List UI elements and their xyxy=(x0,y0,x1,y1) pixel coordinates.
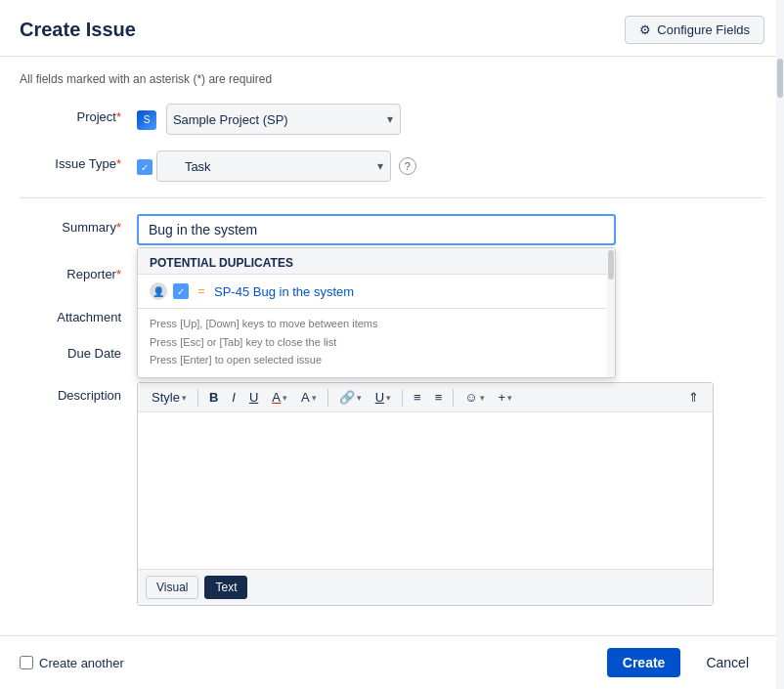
toolbar-separator-1 xyxy=(197,389,198,407)
style-chevron-icon: ▾ xyxy=(182,393,187,403)
font-size-chevron-icon: ▾ xyxy=(312,393,317,403)
project-select-wrapper: S Sample Project (SP) xyxy=(137,104,401,135)
form-divider xyxy=(20,197,764,198)
editor-toolbar: Style ▾ B I U A ▾ A ▾ xyxy=(138,383,713,412)
description-control: Style ▾ B I U A ▾ A ▾ xyxy=(137,382,764,606)
issue-type-row: Issue Type* ✓ Task Bug Story Epic ? xyxy=(20,151,764,182)
help-icon[interactable]: ? xyxy=(399,157,416,175)
cancel-button[interactable]: Cancel xyxy=(690,648,764,677)
issue-type-label: Issue Type* xyxy=(20,151,137,171)
configure-fields-label: Configure Fields xyxy=(657,22,750,37)
project-select[interactable]: Sample Project (SP) xyxy=(166,104,401,135)
reporter-label: Reporter* xyxy=(20,261,137,281)
gear-icon: ⚙ xyxy=(639,22,651,37)
modal-header: Create Issue ⚙ Configure Fields xyxy=(0,0,784,57)
footer-left: Create another xyxy=(20,656,597,670)
autocomplete-item[interactable]: 👤 ✓ = SP-45 Bug in the system xyxy=(138,275,615,308)
modal-footer: Create another Create Cancel xyxy=(0,635,784,689)
underline2-button[interactable]: U ▾ xyxy=(370,387,397,408)
underline-button[interactable]: U xyxy=(243,387,264,408)
toolbar-separator-4 xyxy=(453,389,454,407)
project-icon: S xyxy=(137,110,156,130)
bold-button[interactable]: B xyxy=(203,387,224,408)
modal-body: All fields marked with an asterisk (*) a… xyxy=(0,57,784,635)
issue-type-required-star: * xyxy=(116,156,121,171)
ordered-list-button[interactable]: ≡ xyxy=(429,387,449,408)
link-button[interactable]: 🔗▾ xyxy=(333,387,368,408)
text-color-chevron-icon: ▾ xyxy=(283,393,287,403)
reporter-required-star: * xyxy=(116,267,121,281)
project-label: Project* xyxy=(20,104,137,124)
description-label: Description xyxy=(20,382,137,403)
emoji-button[interactable]: ☺▾ xyxy=(458,387,490,408)
editor-footer: Visual Text xyxy=(138,569,713,605)
style-dropdown-button[interactable]: Style ▾ xyxy=(146,387,193,408)
due-date-label: Due Date xyxy=(20,340,137,361)
attachment-label: Attachment xyxy=(20,304,137,324)
issue-type-select[interactable]: Task Bug Story Epic xyxy=(156,151,391,182)
description-row: Description Style ▾ B I U A ▾ xyxy=(20,382,764,606)
toolbar-separator-2 xyxy=(327,389,328,407)
underline2-chevron-icon: ▾ xyxy=(386,393,391,403)
modal-title: Create Issue xyxy=(20,19,136,41)
autocomplete-dropdown: POTENTIAL DUPLICATES 👤 ✓ = SP-45 Bug in … xyxy=(137,247,616,378)
text-color-button[interactable]: A ▾ xyxy=(266,387,293,408)
required-note: All fields marked with an asterisk (*) a… xyxy=(20,72,764,86)
summary-input[interactable] xyxy=(137,214,616,245)
priority-icon: = xyxy=(195,284,208,298)
issue-type-control: ✓ Task Bug Story Epic ? xyxy=(137,151,764,182)
create-button[interactable]: Create xyxy=(607,648,681,677)
emoji-chevron-icon: ▾ xyxy=(480,393,485,403)
autocomplete-task-icon: ✓ xyxy=(173,283,189,299)
autocomplete-instructions: Press [Up], [Down] keys to move between … xyxy=(138,308,615,377)
summary-required-star: * xyxy=(116,220,121,235)
font-size-button[interactable]: A ▾ xyxy=(295,387,323,408)
scrollbar-track[interactable] xyxy=(776,0,784,689)
create-another-label[interactable]: Create another xyxy=(39,656,124,670)
autocomplete-scrollbar-thumb xyxy=(608,250,614,280)
task-icon: ✓ xyxy=(137,159,152,175)
insert-chevron-icon: ▾ xyxy=(507,393,512,403)
autocomplete-item-text: SP-45 Bug in the system xyxy=(214,284,354,299)
summary-control: POTENTIAL DUPLICATES 👤 ✓ = SP-45 Bug in … xyxy=(137,214,764,245)
summary-label: Summary* xyxy=(20,214,137,235)
description-editor[interactable] xyxy=(138,412,713,569)
visual-mode-button[interactable]: Visual xyxy=(146,576,198,599)
project-control: S Sample Project (SP) xyxy=(137,104,764,135)
insert-button[interactable]: + ▾ xyxy=(493,387,519,408)
bullet-list-button[interactable]: ≡ xyxy=(408,387,427,408)
italic-button[interactable]: I xyxy=(226,387,241,408)
scrollbar-thumb xyxy=(777,59,783,98)
toolbar-separator-3 xyxy=(402,389,403,407)
autocomplete-scrollbar[interactable] xyxy=(607,248,615,377)
text-mode-button[interactable]: Text xyxy=(204,576,247,599)
project-row: Project* S Sample Project (SP) xyxy=(20,104,764,135)
expand-button[interactable]: ⇑ xyxy=(682,387,705,408)
autocomplete-header: POTENTIAL DUPLICATES xyxy=(138,248,615,275)
person-icon: 👤 xyxy=(150,282,167,300)
create-issue-modal: Create Issue ⚙ Configure Fields All fiel… xyxy=(0,0,784,689)
summary-row: Summary* POTENTIAL DUPLICATES 👤 ✓ = SP-4… xyxy=(20,214,764,245)
issue-type-row-inner: ✓ Task Bug Story Epic ? xyxy=(137,151,764,182)
link-chevron-icon: ▾ xyxy=(357,393,362,403)
create-another-checkbox[interactable] xyxy=(20,656,33,669)
project-required-star: * xyxy=(116,109,121,124)
configure-fields-button[interactable]: ⚙ Configure Fields xyxy=(625,16,764,44)
issue-type-select-wrapper: ✓ Task Bug Story Epic xyxy=(137,151,391,182)
editor-wrapper: Style ▾ B I U A ▾ A ▾ xyxy=(137,382,714,606)
